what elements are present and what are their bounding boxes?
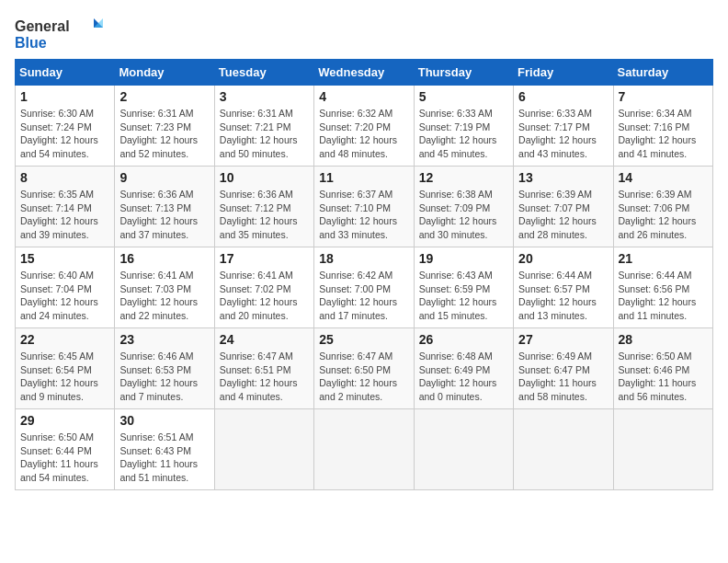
day-number: 23	[119, 332, 209, 347]
day-number: 26	[419, 332, 508, 347]
day-info: Sunrise: 6:47 AM Sunset: 6:50 PM Dayligh…	[319, 350, 408, 404]
day-info: Sunrise: 6:37 AM Sunset: 7:10 PM Dayligh…	[319, 188, 408, 242]
calendar-cell: 1Sunrise: 6:30 AM Sunset: 7:24 PM Daylig…	[16, 86, 115, 167]
day-info: Sunrise: 6:46 AM Sunset: 6:53 PM Dayligh…	[119, 350, 209, 404]
day-info: Sunrise: 6:33 AM Sunset: 7:19 PM Dayligh…	[419, 107, 508, 161]
day-info: Sunrise: 6:44 AM Sunset: 6:56 PM Dayligh…	[619, 269, 708, 323]
calendar-cell: 17Sunrise: 6:41 AM Sunset: 7:02 PM Dayli…	[214, 247, 313, 328]
day-info: Sunrise: 6:39 AM Sunset: 7:07 PM Dayligh…	[518, 188, 608, 242]
day-number: 5	[419, 89, 508, 104]
calendar-cell: 4Sunrise: 6:32 AM Sunset: 7:20 PM Daylig…	[314, 86, 414, 167]
day-info: Sunrise: 6:50 AM Sunset: 6:46 PM Dayligh…	[619, 350, 708, 404]
day-info: Sunrise: 6:32 AM Sunset: 7:20 PM Dayligh…	[319, 107, 408, 161]
day-number: 4	[319, 89, 408, 104]
day-number: 15	[20, 251, 109, 266]
day-number: 2	[119, 89, 209, 104]
day-number: 16	[119, 251, 209, 266]
col-header-friday: Friday	[514, 60, 613, 86]
day-number: 22	[20, 332, 109, 347]
calendar-cell: 23Sunrise: 6:46 AM Sunset: 6:53 PM Dayli…	[115, 328, 214, 409]
col-header-thursday: Thursday	[414, 60, 513, 86]
calendar-cell: 6Sunrise: 6:33 AM Sunset: 7:17 PM Daylig…	[514, 86, 613, 167]
calendar-week-row: 1Sunrise: 6:30 AM Sunset: 7:24 PM Daylig…	[16, 86, 713, 167]
day-number: 12	[419, 170, 508, 185]
calendar-cell: 7Sunrise: 6:34 AM Sunset: 7:16 PM Daylig…	[613, 86, 712, 167]
calendar-cell	[613, 409, 712, 490]
day-info: Sunrise: 6:49 AM Sunset: 6:47 PM Dayligh…	[518, 350, 608, 404]
day-number: 10	[220, 170, 309, 185]
calendar-cell: 28Sunrise: 6:50 AM Sunset: 6:46 PM Dayli…	[613, 328, 712, 409]
day-number: 24	[220, 332, 309, 347]
day-number: 19	[419, 251, 508, 266]
day-info: Sunrise: 6:36 AM Sunset: 7:12 PM Dayligh…	[220, 188, 309, 242]
day-number: 21	[619, 251, 708, 266]
calendar-cell: 27Sunrise: 6:49 AM Sunset: 6:47 PM Dayli…	[514, 328, 613, 409]
day-number: 29	[20, 413, 109, 428]
day-number: 27	[518, 332, 608, 347]
calendar-cell: 5Sunrise: 6:33 AM Sunset: 7:19 PM Daylig…	[414, 86, 513, 167]
day-number: 20	[518, 251, 608, 266]
day-number: 28	[619, 332, 708, 347]
calendar-cell: 26Sunrise: 6:48 AM Sunset: 6:49 PM Dayli…	[414, 328, 513, 409]
day-number: 3	[220, 89, 309, 104]
calendar-cell: 15Sunrise: 6:40 AM Sunset: 7:04 PM Dayli…	[16, 247, 115, 328]
day-number: 1	[20, 89, 109, 104]
col-header-wednesday: Wednesday	[314, 60, 414, 86]
day-number: 11	[319, 170, 408, 185]
calendar-cell: 24Sunrise: 6:47 AM Sunset: 6:51 PM Dayli…	[214, 328, 313, 409]
day-info: Sunrise: 6:31 AM Sunset: 7:21 PM Dayligh…	[220, 107, 309, 161]
day-info: Sunrise: 6:44 AM Sunset: 6:57 PM Dayligh…	[518, 269, 608, 323]
calendar-cell: 20Sunrise: 6:44 AM Sunset: 6:57 PM Dayli…	[514, 247, 613, 328]
svg-text:General: General	[15, 18, 70, 34]
logo-icon: General Blue	[15, 15, 107, 52]
day-info: Sunrise: 6:39 AM Sunset: 7:06 PM Dayligh…	[619, 188, 708, 242]
day-info: Sunrise: 6:31 AM Sunset: 7:23 PM Dayligh…	[119, 107, 209, 161]
day-info: Sunrise: 6:30 AM Sunset: 7:24 PM Dayligh…	[20, 107, 109, 161]
day-number: 30	[119, 413, 209, 428]
calendar-cell: 14Sunrise: 6:39 AM Sunset: 7:06 PM Dayli…	[613, 167, 712, 247]
col-header-tuesday: Tuesday	[214, 60, 313, 86]
calendar-cell	[314, 409, 414, 490]
day-info: Sunrise: 6:50 AM Sunset: 6:44 PM Dayligh…	[20, 431, 109, 485]
calendar-cell: 2Sunrise: 6:31 AM Sunset: 7:23 PM Daylig…	[115, 86, 214, 167]
day-info: Sunrise: 6:33 AM Sunset: 7:17 PM Dayligh…	[518, 107, 608, 161]
day-number: 13	[518, 170, 608, 185]
calendar-cell: 12Sunrise: 6:38 AM Sunset: 7:09 PM Dayli…	[414, 167, 513, 247]
calendar-cell: 13Sunrise: 6:39 AM Sunset: 7:07 PM Dayli…	[514, 167, 613, 247]
day-number: 9	[119, 170, 209, 185]
header: General Blue	[15, 15, 713, 52]
calendar-header-row: SundayMondayTuesdayWednesdayThursdayFrid…	[16, 60, 713, 86]
calendar-cell: 9Sunrise: 6:36 AM Sunset: 7:13 PM Daylig…	[115, 167, 214, 247]
calendar-cell: 18Sunrise: 6:42 AM Sunset: 7:00 PM Dayli…	[314, 247, 414, 328]
day-info: Sunrise: 6:41 AM Sunset: 7:03 PM Dayligh…	[119, 269, 209, 323]
calendar-cell: 22Sunrise: 6:45 AM Sunset: 6:54 PM Dayli…	[16, 328, 115, 409]
calendar-cell: 29Sunrise: 6:50 AM Sunset: 6:44 PM Dayli…	[16, 409, 115, 490]
calendar-week-row: 29Sunrise: 6:50 AM Sunset: 6:44 PM Dayli…	[16, 409, 713, 490]
calendar-week-row: 15Sunrise: 6:40 AM Sunset: 7:04 PM Dayli…	[16, 247, 713, 328]
day-info: Sunrise: 6:38 AM Sunset: 7:09 PM Dayligh…	[419, 188, 508, 242]
day-info: Sunrise: 6:43 AM Sunset: 6:59 PM Dayligh…	[419, 269, 508, 323]
day-number: 25	[319, 332, 408, 347]
calendar-cell: 11Sunrise: 6:37 AM Sunset: 7:10 PM Dayli…	[314, 167, 414, 247]
calendar-cell: 19Sunrise: 6:43 AM Sunset: 6:59 PM Dayli…	[414, 247, 513, 328]
day-info: Sunrise: 6:45 AM Sunset: 6:54 PM Dayligh…	[20, 350, 109, 404]
calendar-cell: 16Sunrise: 6:41 AM Sunset: 7:03 PM Dayli…	[115, 247, 214, 328]
calendar-cell: 21Sunrise: 6:44 AM Sunset: 6:56 PM Dayli…	[613, 247, 712, 328]
col-header-saturday: Saturday	[613, 60, 712, 86]
day-number: 18	[319, 251, 408, 266]
calendar-cell: 3Sunrise: 6:31 AM Sunset: 7:21 PM Daylig…	[214, 86, 313, 167]
calendar-cell: 25Sunrise: 6:47 AM Sunset: 6:50 PM Dayli…	[314, 328, 414, 409]
day-info: Sunrise: 6:47 AM Sunset: 6:51 PM Dayligh…	[220, 350, 309, 404]
calendar-cell	[414, 409, 513, 490]
day-info: Sunrise: 6:34 AM Sunset: 7:16 PM Dayligh…	[619, 107, 708, 161]
calendar-week-row: 8Sunrise: 6:35 AM Sunset: 7:14 PM Daylig…	[16, 167, 713, 247]
day-info: Sunrise: 6:41 AM Sunset: 7:02 PM Dayligh…	[220, 269, 309, 323]
calendar-cell	[514, 409, 613, 490]
calendar-cell: 8Sunrise: 6:35 AM Sunset: 7:14 PM Daylig…	[16, 167, 115, 247]
day-info: Sunrise: 6:35 AM Sunset: 7:14 PM Dayligh…	[20, 188, 109, 242]
calendar-week-row: 22Sunrise: 6:45 AM Sunset: 6:54 PM Dayli…	[16, 328, 713, 409]
col-header-sunday: Sunday	[16, 60, 115, 86]
day-number: 7	[619, 89, 708, 104]
day-info: Sunrise: 6:40 AM Sunset: 7:04 PM Dayligh…	[20, 269, 109, 323]
svg-text:Blue: Blue	[15, 35, 47, 51]
